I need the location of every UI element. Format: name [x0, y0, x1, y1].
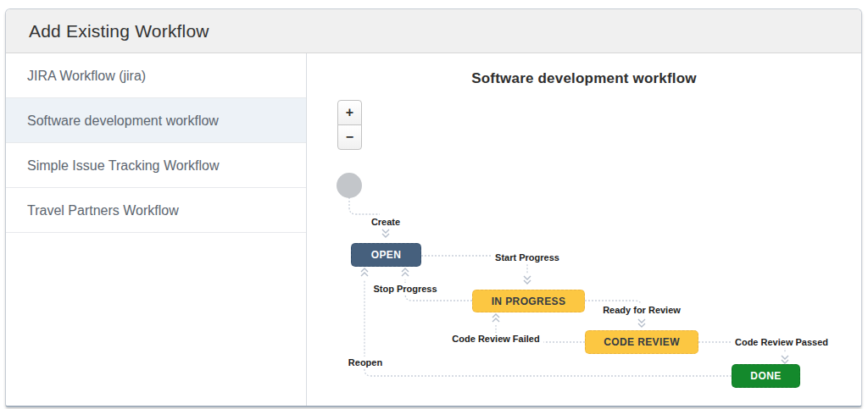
dialog-body: JIRA Workflow (jira) Software developmen…	[6, 53, 861, 406]
transition-label-reopen: Reopen	[344, 356, 387, 368]
transition-line-create	[349, 197, 380, 214]
workflow-preview-panel: Software development workflow + −	[307, 53, 861, 406]
transition-label-ready-for-review: Ready for Review	[598, 304, 685, 316]
workflow-list-item-simple-issue-tracking[interactable]: Simple Issue Tracking Workflow	[6, 143, 306, 188]
arrowhead-down-icon	[382, 229, 389, 237]
transition-label-start-progress: Start Progress	[491, 251, 564, 263]
transition-label-code-review-passed: Code Review Passed	[731, 336, 832, 348]
arrowhead-down-icon	[638, 319, 645, 327]
arrowhead-down-icon	[524, 276, 531, 284]
dialog-title: Add Existing Workflow	[29, 21, 209, 41]
start-node-circle[interactable]	[337, 173, 362, 198]
arrowhead-up-icon	[492, 314, 499, 322]
status-node-open[interactable]: OPEN	[351, 243, 421, 267]
workflow-list-item-jira[interactable]: JIRA Workflow (jira)	[6, 53, 306, 98]
screen: Add Existing Workflow JIRA Workflow (jir…	[0, 0, 868, 409]
workflow-list-item-travel-partners[interactable]: Travel Partners Workflow	[6, 188, 306, 233]
workflow-list: JIRA Workflow (jira) Software developmen…	[6, 53, 307, 406]
dialog-header: Add Existing Workflow	[6, 9, 861, 53]
workflow-diagram	[307, 53, 862, 406]
status-node-code-review[interactable]: CODE REVIEW	[585, 330, 698, 354]
status-node-in-progress[interactable]: IN PROGRESS	[472, 290, 585, 312]
transition-label-create: Create	[367, 216, 404, 228]
arrowhead-down-icon	[782, 356, 788, 363]
arrowhead-up-icon	[402, 268, 409, 276]
transition-label-code-review-failed: Code Review Failed	[448, 333, 543, 345]
add-existing-workflow-dialog: Add Existing Workflow JIRA Workflow (jir…	[5, 8, 862, 407]
workflow-list-item-software-development[interactable]: Software development workflow	[6, 98, 306, 143]
arrowhead-up-icon	[361, 268, 368, 276]
transition-label-stop-progress: Stop Progress	[369, 283, 441, 295]
status-node-done[interactable]: DONE	[732, 364, 800, 388]
